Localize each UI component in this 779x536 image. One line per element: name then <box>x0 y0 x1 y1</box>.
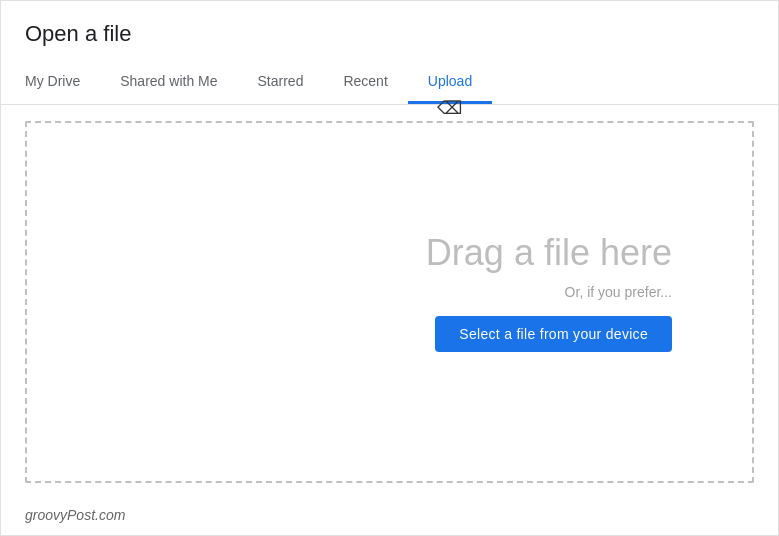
open-file-dialog: Open a file My Drive Shared with Me Star… <box>0 0 779 536</box>
tab-shared-with-me[interactable]: Shared with Me <box>100 63 237 104</box>
tab-starred[interactable]: Starred <box>238 63 324 104</box>
tab-upload[interactable]: Upload ⌫ <box>408 63 492 104</box>
drop-zone[interactable]: Drag a file here Or, if you prefer... Se… <box>25 121 754 483</box>
select-file-button[interactable]: Select a file from your device <box>435 316 672 352</box>
drag-text: Drag a file here <box>426 232 672 274</box>
tab-recent[interactable]: Recent <box>323 63 407 104</box>
dialog-body: Drag a file here Or, if you prefer... Se… <box>1 105 778 499</box>
or-text: Or, if you prefer... <box>565 284 672 300</box>
dialog-header: Open a file My Drive Shared with Me Star… <box>1 1 778 105</box>
dialog-footer: groovyPost.com <box>1 499 778 535</box>
tab-bar: My Drive Shared with Me Starred Recent U… <box>25 63 754 104</box>
footer-branding: groovyPost.com <box>25 507 125 523</box>
tab-my-drive[interactable]: My Drive <box>25 63 100 104</box>
dialog-title: Open a file <box>25 21 754 47</box>
